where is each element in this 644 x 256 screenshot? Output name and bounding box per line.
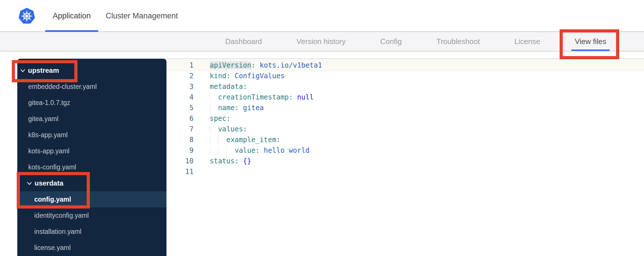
tree-file-identityconfig.yaml[interactable]: identityconfig.yaml <box>17 207 166 223</box>
tree-item-label: k8s-app.yaml <box>28 131 68 139</box>
code-line-text: values: <box>210 124 247 135</box>
nav-troubleshoot[interactable]: Troubleshoot <box>433 32 483 51</box>
code-lines: 1apiVersion: kots.io/v1beta12kind: Confi… <box>166 60 644 177</box>
line-number: 10 <box>166 156 194 167</box>
line-number: 8 <box>166 135 194 145</box>
subnav-items: Dashboard Version history Config Trouble… <box>222 32 610 51</box>
chevron-down-icon <box>20 69 25 72</box>
file-tree-sidebar: upstreamembedded-cluster.yamlgitea-1.0.7… <box>17 59 166 256</box>
tree-item-label: userdata <box>35 179 63 187</box>
code-line-10: 10status: {} <box>166 156 644 167</box>
nav-version-history-label: Version history <box>297 37 346 46</box>
nav-troubleshoot-label: Troubleshoot <box>436 37 480 46</box>
nav-license-label: License <box>514 37 540 46</box>
kubernetes-logo-icon <box>18 8 35 24</box>
kots-admin-console: Application Cluster Management Dashboard… <box>0 0 644 256</box>
line-number: 4 <box>166 92 194 103</box>
line-number: 1 <box>166 60 194 71</box>
code-line-5: 5 name: gitea <box>166 103 644 113</box>
nav-view-files-label: View files <box>575 37 606 46</box>
tree-item-label: kots-config.yaml <box>28 163 76 171</box>
line-number: 11 <box>166 167 194 177</box>
tree-item-label: identityconfig.yaml <box>34 212 89 219</box>
tree-item-label: kots-app.yaml <box>28 147 69 155</box>
code-line-text: apiVersion: kots.io/v1beta1 <box>210 60 322 71</box>
code-line-text: creationTimestamp: null <box>210 92 314 103</box>
tree-item-label: gitea-1.0.7.tgz <box>28 99 70 107</box>
tree-item-label: installation.yaml <box>34 228 82 236</box>
tree-item-label: license.yaml <box>34 244 71 252</box>
code-line-2: 2kind: ConfigValues <box>166 71 644 81</box>
tree-file-kots-config.yaml[interactable]: kots-config.yaml <box>17 159 166 175</box>
code-line-4: 4 creationTimestamp: null <box>166 92 644 103</box>
tree-file-k8s-app.yaml[interactable]: k8s-app.yaml <box>17 127 166 143</box>
tree-item-label: config.yaml <box>34 196 71 203</box>
tab-application-label: Application <box>53 12 91 20</box>
nav-version-history[interactable]: Version history <box>293 32 349 51</box>
tree-file-license.yaml[interactable]: license.yaml <box>17 240 166 256</box>
line-number: 7 <box>166 124 194 135</box>
nav-config[interactable]: Config <box>377 32 405 51</box>
tree-folder-userdata[interactable]: userdata <box>17 175 166 191</box>
code-line-text: value: hello world <box>210 145 310 156</box>
code-line-3: 3metadata: <box>166 81 644 92</box>
nav-license[interactable]: License <box>511 32 544 51</box>
code-line-1: 1apiVersion: kots.io/v1beta1 <box>166 60 644 71</box>
tree-file-config.yaml[interactable]: config.yaml <box>17 191 166 207</box>
line-number: 6 <box>166 113 194 124</box>
code-line-11: 11 <box>166 167 644 177</box>
nav-view-files[interactable]: View files <box>571 32 610 51</box>
tree-item-label: embedded-cluster.yaml <box>28 83 97 91</box>
code-line-text: kind: ConfigValues <box>210 71 285 81</box>
tree-file-kots-app.yaml[interactable]: kots-app.yaml <box>17 143 166 159</box>
tab-application[interactable]: Application <box>45 0 98 32</box>
code-line-8: 8 example_item: <box>166 135 644 145</box>
tree-file-gitea.yaml[interactable]: gitea.yaml <box>17 111 166 127</box>
line-number: 2 <box>166 71 194 81</box>
code-line-text: status: {} <box>210 156 251 167</box>
line-number: 3 <box>166 81 194 92</box>
nav-dashboard[interactable]: Dashboard <box>222 32 265 51</box>
tree-item-label: gitea.yaml <box>28 115 58 123</box>
yaml-editor[interactable]: 1apiVersion: kots.io/v1beta12kind: Confi… <box>166 58 644 256</box>
header-tabs: Application Cluster Management <box>45 0 185 32</box>
tab-cluster-management-label: Cluster Management <box>106 12 178 20</box>
tree-file-gitea-1.0.7.tgz[interactable]: gitea-1.0.7.tgz <box>17 95 166 111</box>
nav-config-label: Config <box>380 37 402 46</box>
code-line-text: example_item: <box>210 135 281 145</box>
code-line-text: spec: <box>210 113 230 124</box>
app-subnav: Dashboard Version history Config Trouble… <box>0 32 644 51</box>
tab-cluster-management[interactable]: Cluster Management <box>98 0 185 32</box>
tree-file-installation.yaml[interactable]: installation.yaml <box>17 223 166 240</box>
app-header: Application Cluster Management <box>0 0 644 32</box>
chevron-down-icon <box>27 182 32 185</box>
code-line-text: name: gitea <box>210 103 264 113</box>
code-line-text: metadata: <box>210 81 247 92</box>
code-line-6: 6spec: <box>166 113 644 124</box>
code-line-9: 9 value: hello world <box>166 145 644 156</box>
file-tree: upstreamembedded-cluster.yamlgitea-1.0.7… <box>17 59 166 256</box>
tree-folder-upstream[interactable]: upstream <box>17 62 166 79</box>
line-number: 9 <box>166 145 194 156</box>
line-number: 5 <box>166 103 194 113</box>
nav-dashboard-label: Dashboard <box>225 37 262 46</box>
tree-file-embedded-cluster.yaml[interactable]: embedded-cluster.yaml <box>17 79 166 95</box>
tree-item-label: upstream <box>28 66 59 74</box>
code-line-7: 7 values: <box>166 124 644 135</box>
